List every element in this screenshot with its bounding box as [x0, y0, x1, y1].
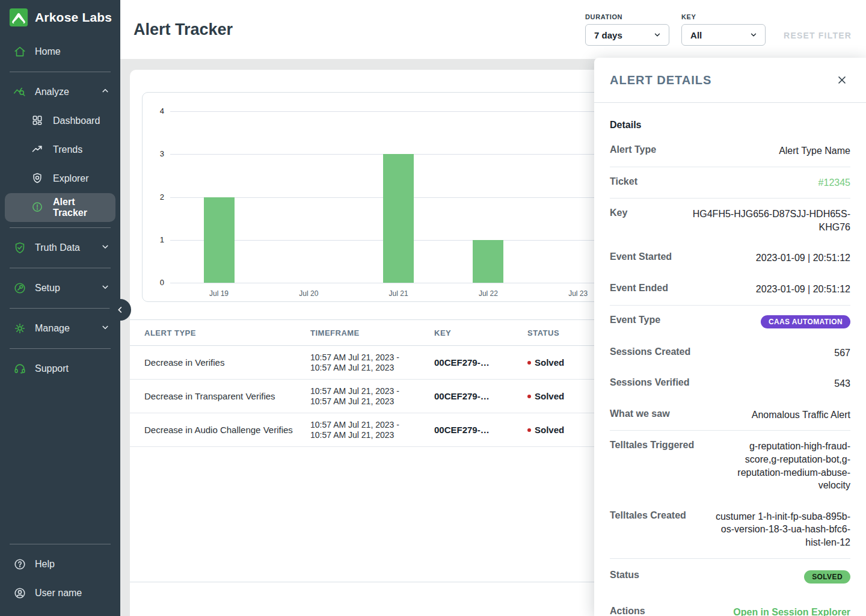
explorer-icon	[31, 172, 45, 185]
brand-name: Arkose Labs	[35, 10, 112, 25]
what-we-saw-value: Anomalous Traffic Alert	[682, 408, 850, 422]
detail-row-event-started: Event Started 2023-01-09 | 20:51:12	[610, 242, 850, 274]
sidebar-divider	[10, 72, 111, 72]
chevron-down-icon	[749, 31, 758, 39]
event-ended-value: 2023-01-09 | 20:51:12	[680, 283, 850, 296]
chevron-down-icon	[100, 322, 111, 335]
headset-icon	[13, 362, 26, 375]
key-select[interactable]: All	[681, 24, 766, 46]
detail-row-ticket: Ticket #12345	[610, 167, 850, 199]
sidebar-item-label: Manage	[35, 323, 70, 334]
bar-jul-22[interactable]	[473, 240, 503, 283]
x-axis-label: Jul 19	[192, 289, 246, 298]
event-started-value: 2023-01-09 | 20:51:12	[684, 251, 850, 265]
sidebar: Arkose Labs Home Analyze Dashboard Trend…	[0, 0, 120, 616]
sidebar-item-manage[interactable]: Manage	[0, 314, 120, 343]
close-panel-button[interactable]	[834, 72, 850, 88]
key-value: All	[690, 30, 702, 40]
sidebar-divider	[10, 348, 111, 349]
sidebar-divider	[10, 227, 111, 228]
ticket-link[interactable]: #12345	[650, 176, 850, 189]
panel-title: ALERT DETAILS	[610, 73, 711, 87]
sidebar-item-analyze[interactable]: Analyze	[0, 78, 120, 106]
analyze-icon	[13, 85, 26, 99]
sidebar-item-label: Alert Tracker	[53, 197, 106, 218]
cell-timeframe: 10:57 AM Jul 21, 2023 - 10:57 AM Jul 21,…	[310, 386, 434, 407]
brand[interactable]: Arkose Labs	[0, 0, 120, 35]
column-header-timeframe: TIMEFRAME	[310, 328, 434, 337]
duration-label: DURATION	[585, 13, 669, 20]
details-section-title: Details	[610, 105, 850, 135]
detail-row-actions: Actions Open in Session Explorer	[610, 593, 850, 616]
sidebar-item-label: Truth Data	[35, 242, 80, 253]
detail-row-sessions-verified: Sessions Verified 543	[610, 368, 850, 399]
alert-details-panel: ALERT DETAILS Details Alert Type Alert T…	[594, 58, 866, 616]
y-axis-tick-label: 2	[143, 192, 164, 202]
chevron-up-icon	[100, 85, 111, 99]
sidebar-collapse-button[interactable]	[109, 299, 131, 321]
key-label: KEY	[681, 13, 766, 20]
sidebar-item-explorer[interactable]: Explorer	[0, 164, 120, 193]
sidebar-item-label: User name	[35, 588, 82, 599]
cell-alert-type: Decrease in Verifies	[130, 357, 310, 368]
sessions-created-value: 567	[702, 346, 850, 360]
y-axis-tick-label: 1	[143, 235, 164, 244]
cell-key: 00CEF279-…	[434, 425, 527, 435]
y-axis-tick-label: 0	[143, 278, 164, 287]
detail-row-event-ended: Event Ended 2023-01-09 | 20:51:12	[610, 274, 850, 306]
key-value: HG4FH5-HJG656-D87SJJ-HDH65S-KHG76	[678, 208, 850, 233]
sidebar-item-home[interactable]: Home	[0, 37, 120, 66]
detail-row-telltales-created: Telltales Created custumer 1-h-init-fp-s…	[610, 501, 850, 559]
status-dot-icon	[527, 361, 531, 365]
duration-value: 7 days	[594, 30, 622, 40]
sidebar-item-label: Analyze	[35, 87, 69, 97]
duration-select[interactable]: 7 days	[585, 24, 669, 46]
topbar: Alert Tracker DURATION 7 days KEY All RE…	[120, 0, 866, 59]
sidebar-item-label: Trends	[53, 144, 82, 155]
sidebar-item-label: Help	[35, 559, 55, 570]
x-axis-label: Jul 22	[461, 289, 515, 298]
alert-tracker-icon	[31, 201, 45, 214]
help-icon	[13, 558, 26, 571]
detail-row-sessions-created: Sessions Created 567	[610, 337, 850, 369]
event-type-badge: CAAS AUTOMATION	[761, 315, 850, 328]
y-axis-tick-label: 4	[143, 106, 164, 116]
cell-timeframe: 10:57 AM Jul 21, 2023 - 10:57 AM Jul 21,…	[310, 420, 434, 440]
home-icon	[13, 45, 26, 58]
status-dot-icon	[527, 428, 531, 432]
sidebar-item-label: Setup	[35, 283, 60, 294]
shield-check-icon	[13, 241, 26, 254]
sidebar-item-truth-data[interactable]: Truth Data	[0, 233, 120, 262]
sidebar-item-user[interactable]: User name	[0, 579, 120, 608]
cell-alert-type: Decrease in Transparent Verifies	[130, 391, 310, 401]
chevron-down-icon	[100, 282, 111, 295]
user-icon	[13, 587, 26, 600]
column-header-alert-type: ALERT TYPE	[130, 328, 310, 337]
sidebar-item-alert-tracker[interactable]: Alert Tracker	[5, 193, 115, 222]
open-in-session-explorer-link[interactable]: Open in Session Explorer	[657, 606, 850, 616]
bar-jul-19[interactable]	[204, 197, 235, 283]
sidebar-item-trends[interactable]: Trends	[0, 135, 120, 164]
sessions-verified-value: 543	[702, 377, 850, 390]
cell-key: 00CEF279-…	[434, 357, 527, 368]
cell-timeframe: 10:57 AM Jul 21, 2023 - 10:57 AM Jul 21,…	[310, 353, 434, 373]
sidebar-item-support[interactable]: Support	[0, 354, 120, 383]
bar-jul-21[interactable]	[383, 154, 414, 283]
chevron-down-icon	[100, 241, 111, 254]
column-header-key: KEY	[434, 328, 527, 337]
status-badge: SOLVED	[804, 570, 850, 584]
detail-row-key: Key HG4FH5-HJG656-D87SJJ-HDH65S-KHG76	[610, 199, 850, 242]
sidebar-item-label: Dashboard	[53, 116, 100, 126]
sidebar-item-dashboard[interactable]: Dashboard	[0, 106, 120, 135]
reset-filter-button[interactable]: RESET FILTER	[784, 31, 852, 40]
status-dot-icon	[527, 395, 531, 398]
detail-row-alert-type: Alert Type Alert Type Name	[610, 135, 850, 167]
telltales-triggered-value: g-reputation-high-fraud-score,g-reputati…	[722, 440, 850, 491]
sidebar-divider	[10, 544, 111, 544]
telltales-created-value: custumer 1-h-init-fp-suba-895b-os-versio…	[704, 510, 850, 549]
x-axis-label: Jul 20	[281, 289, 336, 298]
sidebar-item-setup[interactable]: Setup	[0, 274, 120, 303]
cell-alert-type: Decrease in Audio Challenge Verifies	[130, 425, 310, 435]
detail-row-telltales-triggered: Telltales Triggered g-reputation-high-fr…	[610, 431, 850, 500]
sidebar-item-help[interactable]: Help	[0, 550, 120, 579]
